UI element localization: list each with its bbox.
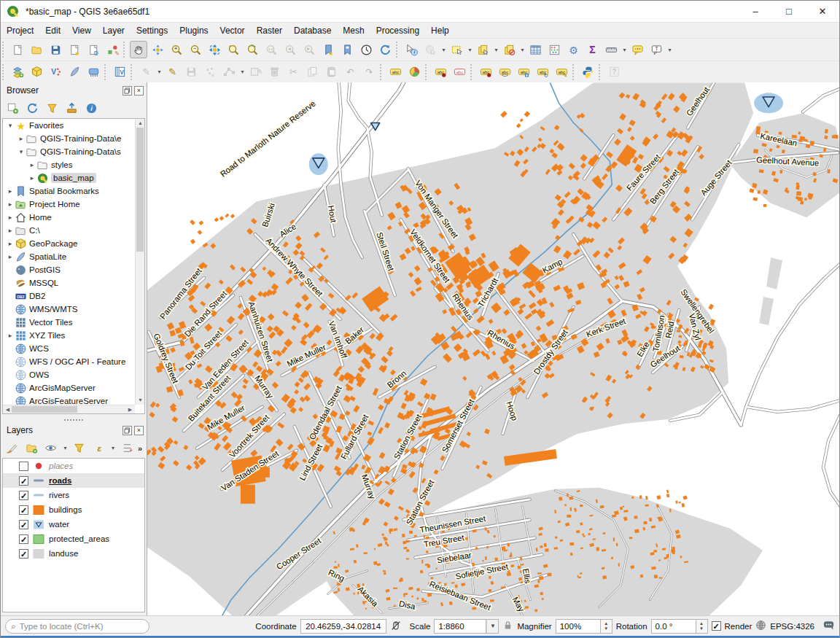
browser-item-favorites[interactable]: ▾★Favorites bbox=[3, 119, 144, 132]
browser-item-project-home[interactable]: ▸Project Home bbox=[3, 198, 144, 211]
browser-item-wcs[interactable]: WCS bbox=[3, 342, 144, 355]
locator-search-input[interactable]: ⌕ Type to locate (Ctrl+K) bbox=[5, 619, 149, 634]
text-annotation-button[interactable]: T bbox=[648, 41, 665, 58]
current-edits-dropdown-arrow[interactable]: ▾ bbox=[156, 69, 163, 75]
expand-arrow-icon[interactable]: ▸ bbox=[6, 227, 15, 234]
browser-item-styles[interactable]: ▸styles bbox=[3, 158, 144, 171]
data-source-manager-button[interactable]: V bbox=[111, 63, 128, 81]
new-print-layout-button[interactable]: ★ bbox=[66, 41, 83, 58]
zoom-to-layer-button[interactable] bbox=[244, 41, 261, 58]
processing-toolbox-button[interactable]: ⚙ bbox=[564, 41, 582, 58]
layer-visibility-checkbox[interactable]: ✓ bbox=[19, 534, 28, 544]
measure-line-dropdown-arrow[interactable]: ▾ bbox=[621, 47, 628, 53]
layer-visibility-checkbox[interactable]: ✓ bbox=[19, 476, 28, 486]
filter-legend-by-expression-button[interactable]: ε bbox=[90, 440, 106, 456]
move-label-button[interactable]: abc bbox=[515, 63, 532, 81]
crs-globe-icon[interactable] bbox=[755, 620, 766, 632]
statistical-summary-button[interactable]: Σ bbox=[583, 41, 601, 58]
minimize-button[interactable]: – bbox=[739, 1, 772, 22]
manage-map-themes-dropdown-arrow[interactable]: ▾ bbox=[62, 445, 69, 451]
expand-arrow-icon[interactable]: ▸ bbox=[6, 201, 15, 208]
browser-item-wms-wmts[interactable]: WMS/WMTS bbox=[3, 303, 144, 316]
messages-icon[interactable] bbox=[822, 619, 835, 633]
scale-dropdown-arrow[interactable]: ▼ bbox=[486, 619, 499, 634]
new-temporary-scratch-layer-button[interactable] bbox=[85, 63, 102, 81]
coordinate-input[interactable]: 20.46259,-34.02814 bbox=[300, 619, 386, 634]
select-features-by-value-button[interactable] bbox=[474, 41, 491, 58]
vertex-tool-dropdown-arrow[interactable]: ▾ bbox=[239, 69, 246, 75]
new-spatialite-layer-button[interactable] bbox=[66, 63, 83, 81]
browser-item-spatial-bookmarks[interactable]: ▸Spatial Bookmarks bbox=[3, 184, 144, 198]
toggle-label-display-button[interactable]: abc bbox=[477, 63, 494, 81]
select-features-button[interactable] bbox=[448, 41, 465, 58]
browser-item-xyz-tiles[interactable]: ▸XYZ Tiles bbox=[3, 329, 144, 342]
menu-processing[interactable]: Processing bbox=[370, 24, 425, 37]
open-attribute-table-button[interactable] bbox=[526, 41, 544, 58]
filter-legend-button[interactable] bbox=[71, 440, 87, 456]
highlight-pinned-labels-button[interactable]: abc bbox=[451, 63, 468, 81]
browser-item-db2[interactable]: DB2DB2 bbox=[3, 289, 144, 303]
expand-collapse-all-button[interactable] bbox=[119, 440, 134, 456]
zoom-out-button[interactable]: − bbox=[187, 41, 204, 58]
show-hide-labels-button[interactable]: abc bbox=[496, 63, 513, 81]
browser-item-geopackage[interactable]: ▸GeoPackage bbox=[3, 237, 144, 250]
text-annotation-dropdown-arrow[interactable]: ▾ bbox=[666, 47, 673, 53]
layer-item-roads[interactable]: ✓roads bbox=[3, 473, 144, 488]
deselect-features-button[interactable] bbox=[500, 41, 518, 58]
expand-arrow-icon[interactable]: ▾ bbox=[6, 122, 15, 129]
show-layout-manager-button[interactable]: ⚙ bbox=[85, 41, 102, 58]
rotation-spinbox[interactable]: 0.0 ° ▲▼ bbox=[651, 619, 708, 634]
expand-arrow-icon[interactable]: ▸ bbox=[6, 214, 15, 221]
add-selected-layers-button[interactable] bbox=[4, 101, 20, 117]
expand-arrow-icon[interactable]: ▸ bbox=[6, 253, 15, 260]
browser-item-ows[interactable]: OWS bbox=[3, 368, 144, 381]
zoom-full-button[interactable] bbox=[206, 41, 223, 58]
expand-arrow-icon[interactable]: ▸ bbox=[6, 187, 15, 195]
new-geopackage-layer-button[interactable] bbox=[28, 63, 45, 81]
menu-edit[interactable]: Edit bbox=[39, 24, 66, 37]
select-features-dropdown-arrow[interactable]: ▾ bbox=[467, 47, 473, 53]
show-spatial-bookmarks-button[interactable] bbox=[338, 41, 356, 58]
browser-item-home[interactable]: ▸Home bbox=[3, 211, 144, 224]
menu-plugins[interactable]: Plugins bbox=[174, 24, 214, 37]
filter-legend-by-expression-dropdown-arrow[interactable]: ▾ bbox=[110, 445, 117, 451]
filter-browser-button[interactable] bbox=[44, 101, 60, 117]
toggle-editing-button[interactable]: ✎ bbox=[163, 63, 181, 81]
temporal-controller-button[interactable] bbox=[357, 41, 375, 58]
refresh-map-button[interactable] bbox=[376, 41, 394, 58]
browser-item-vector-tiles[interactable]: Vector Tiles bbox=[3, 316, 144, 329]
browser-close-button[interactable]: × bbox=[134, 86, 144, 96]
browser-item-qgis-training-data-s[interactable]: ▾QGIS-Training-Data\s bbox=[3, 145, 144, 158]
browser-item-arcgismapserver[interactable]: ArcGisMapServer bbox=[3, 381, 144, 394]
browser-float-button[interactable] bbox=[122, 86, 132, 96]
menu-raster[interactable]: Raster bbox=[251, 24, 288, 37]
menu-project[interactable]: Project bbox=[1, 24, 39, 37]
layers-toolbar-overflow-button[interactable]: » bbox=[138, 444, 142, 453]
add-group-button[interactable] bbox=[23, 440, 39, 456]
layer-visibility-checkbox[interactable]: ✓ bbox=[19, 549, 28, 559]
identify-features-button[interactable]: i bbox=[402, 41, 420, 58]
map-canvas[interactable]: Road to Marloth Nature ReserveBuirskiAli… bbox=[147, 82, 839, 615]
rotate-label-button[interactable]: abc↻ bbox=[534, 63, 551, 81]
open-field-calculator-button[interactable] bbox=[545, 41, 563, 58]
menu-help[interactable]: Help bbox=[425, 24, 455, 37]
pan-to-selection-button[interactable] bbox=[149, 41, 166, 58]
menu-database[interactable]: Database bbox=[288, 24, 337, 37]
map-tips-button[interactable] bbox=[629, 41, 646, 58]
browser-item-spatialite[interactable]: ▸SpatiaLite bbox=[3, 250, 144, 263]
browser-item-postgis[interactable]: PostGIS bbox=[3, 263, 144, 276]
layer-labeling-button[interactable]: abc bbox=[386, 63, 404, 81]
zoom-in-button[interactable]: + bbox=[168, 41, 185, 58]
layer-visibility-checkbox[interactable]: ✓ bbox=[19, 520, 28, 529]
expand-arrow-icon[interactable]: ▸ bbox=[6, 332, 15, 339]
change-label-properties-button[interactable]: abc✎ bbox=[553, 63, 570, 81]
new-project-button[interactable] bbox=[9, 41, 26, 58]
render-checkbox[interactable]: ✓ bbox=[712, 621, 721, 631]
zoom-to-selection-button[interactable] bbox=[225, 41, 242, 58]
layer-diagram-button[interactable] bbox=[405, 63, 423, 81]
open-layer-styling-panel-button[interactable] bbox=[4, 440, 20, 456]
add-vector-layer-button[interactable] bbox=[9, 63, 26, 81]
layer-visibility-checkbox[interactable]: ✓ bbox=[19, 505, 28, 515]
layer-visibility-checkbox[interactable]: ✓ bbox=[19, 491, 28, 500]
browser-horizontal-scrollbar[interactable]: ◀▶ bbox=[3, 405, 135, 413]
